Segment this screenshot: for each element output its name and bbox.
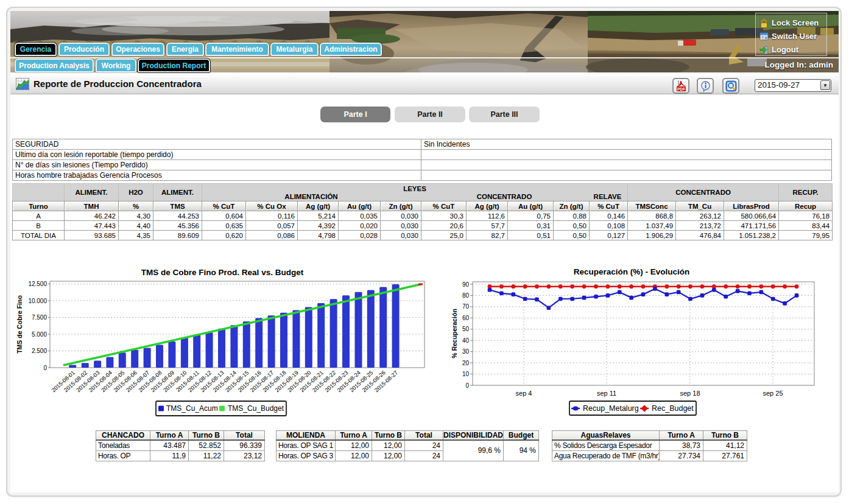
svg-text:20: 20 [462, 360, 470, 366]
svg-text:0: 0 [465, 382, 469, 389]
svg-text:2.500: 2.500 [32, 348, 47, 354]
svg-text:Recuperación (%) - Evolución: Recuperación (%) - Evolución [574, 267, 690, 276]
svg-text:Rec_Budget: Rec_Budget [652, 404, 694, 413]
svg-text:TMS de Cobre Fino: TMS de Cobre Fino [16, 295, 23, 354]
svg-text:0: 0 [43, 365, 47, 371]
svg-text:10: 10 [462, 371, 470, 377]
svg-text:sep 4: sep 4 [516, 390, 532, 397]
svg-text:30: 30 [462, 348, 470, 355]
svg-text:80: 80 [462, 292, 470, 299]
svg-text:90: 90 [462, 281, 470, 288]
svg-text:Recup_Metalurg: Recup_Metalurg [583, 404, 639, 413]
svg-text:10.000: 10.000 [28, 298, 47, 304]
svg-text:% Recuperación: % Recuperación [451, 309, 458, 359]
svg-text:70: 70 [462, 303, 470, 310]
svg-text:TMS de Cobre Fino Prod. Real v: TMS de Cobre Fino Prod. Real vs. Budget [141, 268, 304, 277]
svg-text:60: 60 [462, 315, 470, 321]
svg-text:PDF: PDF [677, 86, 685, 91]
svg-text:sep 18: sep 18 [680, 390, 700, 397]
svg-text:TMS_Cu_Budget: TMS_Cu_Budget [228, 404, 284, 413]
svg-text:12.500: 12.500 [28, 281, 47, 287]
svg-text:sep 25: sep 25 [763, 390, 783, 397]
svg-text:40: 40 [462, 337, 470, 344]
svg-text:TMS_Cu_Acum: TMS_Cu_Acum [166, 404, 218, 413]
svg-text:7.500: 7.500 [32, 314, 47, 321]
svg-text:5.000: 5.000 [32, 331, 47, 338]
svg-text:50: 50 [462, 326, 470, 332]
svg-text:sep 11: sep 11 [597, 390, 616, 397]
